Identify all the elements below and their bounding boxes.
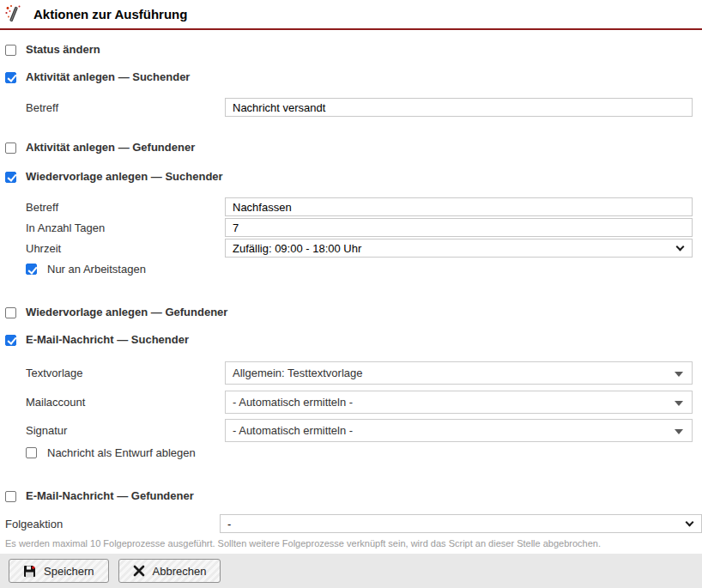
email-suchender-label: E-Mail-Nachricht — Suchender [26, 334, 189, 346]
page-title: Aktionen zur Ausführung [33, 7, 187, 21]
row-email-suchender: E-Mail-Nachricht — Suchender [5, 334, 693, 346]
aktivitaet-betreff-label: Betreff [5, 101, 225, 114]
row-nur-arbeitstagen: Nur an Arbeitstagen [5, 263, 693, 276]
aktivitaet-gefundener-label: Aktivität anlegen — Gefundener [26, 142, 195, 154]
helper-text: Es werden maximal 10 Folgeprozesse ausge… [5, 538, 693, 549]
triangle-down-icon [675, 401, 683, 406]
nur-arbeitstagen-checkbox[interactable] [26, 264, 37, 275]
row-aktivitaet-betreff: Betreff [5, 97, 693, 118]
footer-bar: Speichern Abbrechen [0, 554, 702, 588]
signatur-select-value: - Automatisch ermitteln - [233, 424, 353, 437]
row-wiedervorlage-suchender: Wiedervorlage anlegen — Suchender [5, 171, 693, 183]
save-button[interactable]: Speichern [9, 559, 109, 583]
textvorlage-select-value: Allgemein: Testtextvorlage [233, 367, 363, 379]
row-wiedervorlage-gefundener: Wiedervorlage anlegen — Gefundener [5, 306, 693, 318]
row-entwurf-ablegen: Nachricht als Entwurf ablegen [5, 446, 693, 459]
wiedervorlage-suchender-checkbox[interactable] [5, 172, 16, 183]
mailaccount-select[interactable]: - Automatisch ermitteln - [225, 391, 693, 414]
triangle-down-icon [675, 429, 683, 434]
email-gefundener-checkbox[interactable] [5, 491, 16, 502]
row-email-gefundener: E-Mail-Nachricht — Gefundener [5, 490, 693, 502]
entwurf-ablegen-checkbox[interactable] [26, 447, 37, 458]
entwurf-ablegen-label: Nachricht als Entwurf ablegen [47, 447, 196, 459]
chevron-down-icon [686, 518, 694, 527]
wiedervorlage-betreff-label: Betreff [5, 201, 225, 214]
wiedervorlage-betreff-input[interactable] [225, 197, 693, 216]
anzahl-tagen-input[interactable] [225, 218, 693, 237]
wiedervorlage-gefundener-label: Wiedervorlage anlegen — Gefundener [26, 306, 227, 318]
mailaccount-label: Mailaccount [5, 396, 225, 409]
page-header: Aktionen zur Ausführung [0, 0, 702, 30]
aktivitaet-suchender-label: Aktivität anlegen — Suchender [26, 71, 190, 83]
wiedervorlage-suchender-label: Wiedervorlage anlegen — Suchender [26, 171, 223, 183]
row-wiedervorlage-betreff: Betreff [5, 197, 693, 217]
save-button-label: Speichern [44, 565, 94, 578]
anzahl-tagen-label: In Anzahl Tagen [5, 221, 225, 234]
email-suchender-checkbox[interactable] [5, 335, 16, 346]
uhrzeit-select[interactable]: Zufällig: 09:00 - 18:00 Uhr [225, 239, 693, 258]
uhrzeit-select-value: Zufällig: 09:00 - 18:00 Uhr [233, 242, 361, 255]
folgeaktion-select-value: - [227, 518, 231, 530]
status-aendern-label: Status ändern [26, 44, 100, 56]
chevron-down-icon [676, 243, 685, 252]
signatur-select[interactable]: - Automatisch ermitteln - [225, 419, 693, 442]
row-anzahl-tagen: In Anzahl Tagen [5, 217, 693, 238]
row-aktivitaet-gefundener: Aktivität anlegen — Gefundener [5, 142, 693, 154]
row-uhrzeit: Uhrzeit Zufällig: 09:00 - 18:00 Uhr [5, 238, 693, 258]
aktivitaet-gefundener-checkbox[interactable] [5, 142, 16, 154]
textvorlage-select[interactable]: Allgemein: Testtextvorlage [225, 361, 693, 385]
email-gefundener-label: E-Mail-Nachricht — Gefundener [26, 490, 194, 502]
textvorlage-label: Textvorlage [5, 367, 225, 379]
triangle-down-icon [675, 372, 683, 377]
cancel-button[interactable]: Abbrechen [118, 559, 221, 583]
uhrzeit-label: Uhrzeit [5, 242, 225, 255]
wiedervorlage-gefundener-checkbox[interactable] [5, 307, 16, 318]
nur-arbeitstagen-label: Nur an Arbeitstagen [47, 264, 146, 276]
x-icon [133, 565, 145, 577]
magic-wand-icon [4, 4, 22, 24]
row-textvorlage: Textvorlage Allgemein: Testtextvorlage [5, 361, 693, 385]
signatur-label: Signatur [5, 424, 225, 437]
aktivitaet-betreff-input[interactable] [225, 98, 693, 117]
status-aendern-checkbox[interactable] [5, 45, 16, 56]
folgeaktion-select[interactable]: - [220, 514, 702, 533]
row-aktivitaet-suchender: Aktivität anlegen — Suchender [5, 71, 693, 83]
row-folgeaktion: Folgeaktion - [5, 513, 702, 534]
form-area: Status ändern Aktivität anlegen — Suchen… [0, 30, 702, 549]
row-status-aendern: Status ändern [5, 44, 693, 56]
cancel-button-label: Abbrechen [153, 565, 207, 578]
mailaccount-select-value: - Automatisch ermitteln - [233, 396, 353, 409]
aktivitaet-suchender-checkbox[interactable] [5, 72, 16, 83]
folgeaktion-label: Folgeaktion [5, 518, 220, 530]
row-signatur: Signatur - Automatisch ermitteln - [5, 418, 693, 443]
floppy-disk-icon [23, 565, 36, 578]
row-mailaccount: Mailaccount - Automatisch ermitteln - [5, 390, 693, 415]
